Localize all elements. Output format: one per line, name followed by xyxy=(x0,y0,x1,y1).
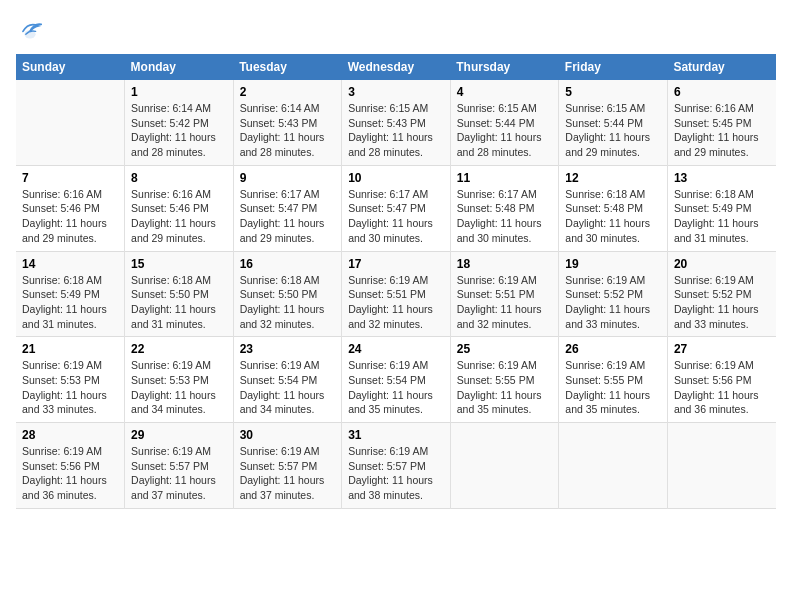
cell-content-line: Sunrise: 6:15 AM xyxy=(565,102,645,114)
calendar-cell: 17Sunrise: 6:19 AMSunset: 5:51 PMDayligh… xyxy=(342,251,451,337)
calendar-cell: 27Sunrise: 6:19 AMSunset: 5:56 PMDayligh… xyxy=(667,337,776,423)
cell-content-line: Sunrise: 6:17 AM xyxy=(240,188,320,200)
calendar-cell: 1Sunrise: 6:14 AMSunset: 5:42 PMDaylight… xyxy=(125,80,234,165)
calendar-cell xyxy=(667,423,776,509)
calendar-cell xyxy=(450,423,559,509)
header-day-monday: Monday xyxy=(125,54,234,80)
cell-content-line: Sunrise: 6:18 AM xyxy=(22,274,102,286)
calendar-cell: 31Sunrise: 6:19 AMSunset: 5:57 PMDayligh… xyxy=(342,423,451,509)
calendar-cell: 21Sunrise: 6:19 AMSunset: 5:53 PMDayligh… xyxy=(16,337,125,423)
day-number: 1 xyxy=(131,85,227,99)
cell-content-line: Sunrise: 6:16 AM xyxy=(674,102,754,114)
cell-content-line: Daylight: 11 hours xyxy=(348,389,433,401)
cell-content-line: Sunset: 5:48 PM xyxy=(457,202,535,214)
cell-content-line: and 33 minutes. xyxy=(674,318,749,330)
cell-content-line: and 34 minutes. xyxy=(131,403,206,415)
cell-content-line: Sunset: 5:52 PM xyxy=(674,288,752,300)
header-day-wednesday: Wednesday xyxy=(342,54,451,80)
calendar-cell: 9Sunrise: 6:17 AMSunset: 5:47 PMDaylight… xyxy=(233,165,342,251)
cell-content-line: Sunset: 5:57 PM xyxy=(131,460,209,472)
day-number: 10 xyxy=(348,171,444,185)
cell-content-line: Sunrise: 6:19 AM xyxy=(348,274,428,286)
day-number: 3 xyxy=(348,85,444,99)
cell-content-line: Daylight: 11 hours xyxy=(131,303,216,315)
day-number: 26 xyxy=(565,342,661,356)
day-number: 23 xyxy=(240,342,336,356)
calendar-cell: 29Sunrise: 6:19 AMSunset: 5:57 PMDayligh… xyxy=(125,423,234,509)
cell-content-line: Daylight: 11 hours xyxy=(674,131,759,143)
day-number: 17 xyxy=(348,257,444,271)
cell-content-line: Daylight: 11 hours xyxy=(240,389,325,401)
day-number: 11 xyxy=(457,171,553,185)
day-number: 6 xyxy=(674,85,770,99)
day-number: 4 xyxy=(457,85,553,99)
cell-content-line: and 31 minutes. xyxy=(674,232,749,244)
calendar-week-row: 21Sunrise: 6:19 AMSunset: 5:53 PMDayligh… xyxy=(16,337,776,423)
cell-content-line: Sunrise: 6:19 AM xyxy=(674,274,754,286)
cell-content-line: Sunrise: 6:18 AM xyxy=(131,274,211,286)
cell-content-line: Sunset: 5:50 PM xyxy=(131,288,209,300)
cell-content-line: and 28 minutes. xyxy=(348,146,423,158)
cell-content-line: Sunrise: 6:17 AM xyxy=(348,188,428,200)
cell-content-line: and 28 minutes. xyxy=(457,146,532,158)
cell-content-line: and 32 minutes. xyxy=(457,318,532,330)
calendar-table: SundayMondayTuesdayWednesdayThursdayFrid… xyxy=(16,54,776,509)
calendar-week-row: 7Sunrise: 6:16 AMSunset: 5:46 PMDaylight… xyxy=(16,165,776,251)
cell-content-line: Daylight: 11 hours xyxy=(565,131,650,143)
logo xyxy=(16,16,48,44)
day-number: 5 xyxy=(565,85,661,99)
calendar-cell: 13Sunrise: 6:18 AMSunset: 5:49 PMDayligh… xyxy=(667,165,776,251)
day-number: 21 xyxy=(22,342,118,356)
cell-content-line: Daylight: 11 hours xyxy=(457,217,542,229)
calendar-cell: 16Sunrise: 6:18 AMSunset: 5:50 PMDayligh… xyxy=(233,251,342,337)
day-number: 22 xyxy=(131,342,227,356)
day-number: 24 xyxy=(348,342,444,356)
cell-content-line: Sunset: 5:47 PM xyxy=(348,202,426,214)
day-number: 30 xyxy=(240,428,336,442)
day-number: 9 xyxy=(240,171,336,185)
calendar-cell: 3Sunrise: 6:15 AMSunset: 5:43 PMDaylight… xyxy=(342,80,451,165)
cell-content-line: Daylight: 11 hours xyxy=(674,303,759,315)
cell-content-line: Sunset: 5:51 PM xyxy=(457,288,535,300)
cell-content-line: Sunrise: 6:19 AM xyxy=(22,359,102,371)
cell-content-line: and 34 minutes. xyxy=(240,403,315,415)
cell-content-line: Sunrise: 6:19 AM xyxy=(674,359,754,371)
cell-content-line: Sunrise: 6:16 AM xyxy=(22,188,102,200)
cell-content-line: and 29 minutes. xyxy=(22,232,97,244)
calendar-cell: 12Sunrise: 6:18 AMSunset: 5:48 PMDayligh… xyxy=(559,165,668,251)
calendar-cell: 26Sunrise: 6:19 AMSunset: 5:55 PMDayligh… xyxy=(559,337,668,423)
calendar-cell: 19Sunrise: 6:19 AMSunset: 5:52 PMDayligh… xyxy=(559,251,668,337)
calendar-cell: 11Sunrise: 6:17 AMSunset: 5:48 PMDayligh… xyxy=(450,165,559,251)
cell-content-line: Sunset: 5:49 PM xyxy=(22,288,100,300)
cell-content-line: Sunrise: 6:14 AM xyxy=(131,102,211,114)
cell-content-line: Sunset: 5:55 PM xyxy=(457,374,535,386)
day-number: 7 xyxy=(22,171,118,185)
cell-content-line: Sunrise: 6:19 AM xyxy=(457,274,537,286)
calendar-week-row: 14Sunrise: 6:18 AMSunset: 5:49 PMDayligh… xyxy=(16,251,776,337)
calendar-cell: 28Sunrise: 6:19 AMSunset: 5:56 PMDayligh… xyxy=(16,423,125,509)
cell-content-line: Daylight: 11 hours xyxy=(457,303,542,315)
cell-content-line: Daylight: 11 hours xyxy=(674,217,759,229)
day-number: 20 xyxy=(674,257,770,271)
calendar-cell: 18Sunrise: 6:19 AMSunset: 5:51 PMDayligh… xyxy=(450,251,559,337)
day-number: 19 xyxy=(565,257,661,271)
header-day-tuesday: Tuesday xyxy=(233,54,342,80)
cell-content-line: Sunset: 5:51 PM xyxy=(348,288,426,300)
cell-content-line: and 28 minutes. xyxy=(131,146,206,158)
cell-content-line: and 37 minutes. xyxy=(131,489,206,501)
cell-content-line: Daylight: 11 hours xyxy=(348,131,433,143)
cell-content-line: Daylight: 11 hours xyxy=(240,217,325,229)
day-number: 25 xyxy=(457,342,553,356)
cell-content-line: and 29 minutes. xyxy=(565,146,640,158)
cell-content-line: Sunrise: 6:19 AM xyxy=(348,359,428,371)
cell-content-line: Daylight: 11 hours xyxy=(565,217,650,229)
cell-content-line: Daylight: 11 hours xyxy=(131,389,216,401)
cell-content-line: Sunrise: 6:19 AM xyxy=(348,445,428,457)
cell-content-line: Sunrise: 6:15 AM xyxy=(457,102,537,114)
cell-content-line: Sunset: 5:57 PM xyxy=(240,460,318,472)
header-day-friday: Friday xyxy=(559,54,668,80)
day-number: 8 xyxy=(131,171,227,185)
cell-content-line: and 31 minutes. xyxy=(131,318,206,330)
cell-content-line: Daylight: 11 hours xyxy=(348,303,433,315)
cell-content-line: Sunset: 5:44 PM xyxy=(457,117,535,129)
